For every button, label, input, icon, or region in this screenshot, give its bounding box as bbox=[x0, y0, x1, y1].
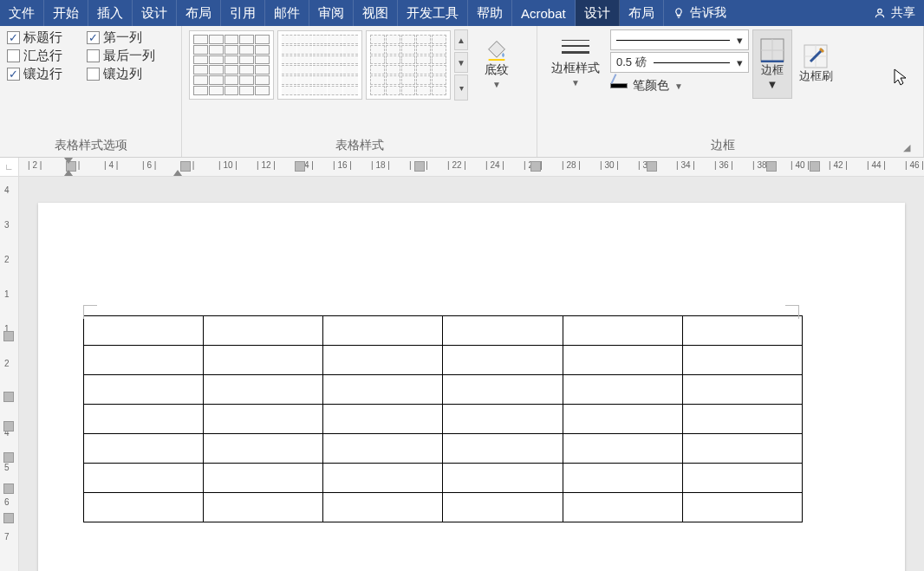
table-cell[interactable] bbox=[204, 493, 323, 522]
table-cell[interactable] bbox=[443, 375, 563, 405]
table-cell[interactable] bbox=[84, 493, 204, 522]
tab-references[interactable]: 引用 bbox=[221, 0, 265, 26]
border-styles-button[interactable]: 边框样式 ▼ bbox=[544, 29, 607, 93]
table-cell[interactable] bbox=[682, 464, 802, 493]
table-cell[interactable] bbox=[204, 346, 323, 375]
tell-me[interactable]: 告诉我 bbox=[664, 0, 735, 26]
table-cell[interactable] bbox=[323, 375, 443, 405]
gallery-scroll-up[interactable]: ▲ bbox=[454, 29, 468, 50]
table-cell[interactable] bbox=[204, 434, 323, 464]
line-weight-select[interactable]: 0.5 磅▾ bbox=[610, 52, 749, 73]
table-cell[interactable] bbox=[323, 405, 443, 434]
table-cell[interactable] bbox=[443, 464, 563, 493]
share-button[interactable]: 共享 bbox=[865, 0, 924, 26]
gallery-scroll-down[interactable]: ▼ bbox=[454, 52, 468, 73]
horizontal-ruler[interactable]: ∟ | 2 || 2 || 4 || 6 || 8 || 10 || 12 ||… bbox=[0, 158, 924, 177]
table-cell[interactable] bbox=[563, 434, 682, 464]
style-thumb-2[interactable] bbox=[277, 30, 362, 100]
table-cell[interactable] bbox=[323, 464, 443, 493]
table-cell[interactable] bbox=[204, 375, 323, 405]
row-marker[interactable] bbox=[3, 483, 14, 494]
tab-acrobat[interactable]: Acrobat bbox=[512, 0, 576, 26]
table-cell[interactable] bbox=[323, 493, 443, 522]
table-cell[interactable] bbox=[682, 375, 802, 405]
table-row[interactable] bbox=[84, 375, 803, 405]
table-cell[interactable] bbox=[682, 316, 802, 346]
tab-home[interactable]: 开始 bbox=[44, 0, 88, 26]
table-cell[interactable] bbox=[563, 464, 682, 493]
row-marker[interactable] bbox=[3, 421, 14, 431]
tab-help[interactable]: 帮助 bbox=[468, 0, 512, 26]
tab-selector[interactable]: ∟ bbox=[0, 158, 19, 177]
row-marker[interactable] bbox=[3, 392, 14, 402]
chk-banded-cols[interactable]: 镶边列 bbox=[87, 66, 174, 82]
vertical-ruler[interactable]: 43211234567 bbox=[0, 177, 19, 571]
row-marker[interactable] bbox=[3, 452, 14, 463]
table-cell[interactable] bbox=[443, 405, 563, 434]
table-cell[interactable] bbox=[84, 375, 204, 405]
tab-stop[interactable] bbox=[766, 161, 777, 172]
table-cell[interactable] bbox=[204, 405, 323, 434]
chk-total-row[interactable]: 汇总行 bbox=[7, 48, 81, 64]
tab-stop[interactable] bbox=[810, 161, 820, 172]
shading-button[interactable]: 底纹 ▼ bbox=[475, 29, 518, 94]
table-cell[interactable] bbox=[323, 434, 443, 464]
table-cell[interactable] bbox=[443, 316, 563, 346]
table-cell[interactable] bbox=[563, 375, 682, 405]
gallery-expand[interactable]: ▾ bbox=[454, 75, 468, 101]
table-row[interactable] bbox=[84, 405, 803, 434]
table-cell[interactable] bbox=[563, 346, 682, 375]
table-row[interactable] bbox=[84, 316, 803, 346]
table-style-gallery[interactable]: ▲ ▼ ▾ bbox=[189, 29, 468, 101]
tab-stop[interactable] bbox=[414, 161, 425, 172]
indent-marker-bottom[interactable] bbox=[64, 170, 73, 176]
row-marker[interactable] bbox=[3, 513, 14, 523]
table-cell[interactable] bbox=[84, 346, 204, 375]
style-thumb-1[interactable] bbox=[189, 30, 274, 100]
table-cell[interactable] bbox=[204, 464, 323, 493]
table-cell[interactable] bbox=[204, 316, 323, 346]
table-cell[interactable] bbox=[563, 316, 682, 346]
indent-marker-right[interactable] bbox=[173, 170, 182, 176]
tab-tabletools-design[interactable]: 设计 bbox=[576, 0, 620, 26]
chk-banded-rows[interactable]: 镶边行 bbox=[7, 66, 81, 82]
tab-stop[interactable] bbox=[647, 161, 657, 172]
document-viewport[interactable] bbox=[19, 177, 924, 571]
table-row[interactable] bbox=[84, 493, 803, 522]
table-cell[interactable] bbox=[682, 346, 802, 375]
tab-view[interactable]: 视图 bbox=[354, 0, 398, 26]
style-thumb-3[interactable] bbox=[366, 30, 451, 100]
table-row[interactable] bbox=[84, 434, 803, 464]
table-cell[interactable] bbox=[84, 464, 204, 493]
indent-marker-top[interactable] bbox=[64, 158, 73, 164]
tab-stop[interactable] bbox=[295, 161, 305, 172]
border-painter-button[interactable]: 边框刷 bbox=[796, 29, 836, 99]
table-cell[interactable] bbox=[682, 493, 802, 522]
pen-color-button[interactable]: 笔颜色 ▼ bbox=[610, 75, 749, 94]
tab-insert[interactable]: 插入 bbox=[88, 0, 133, 26]
chk-first-col[interactable]: 第一列 bbox=[87, 29, 174, 46]
chk-header-row[interactable]: 标题行 bbox=[7, 29, 81, 46]
table-cell[interactable] bbox=[682, 434, 802, 464]
tab-tabletools-layout[interactable]: 布局 bbox=[620, 0, 664, 26]
table-cell[interactable] bbox=[323, 316, 443, 346]
dialog-launcher-icon[interactable]: ◢ bbox=[901, 141, 913, 153]
table-cell[interactable] bbox=[563, 405, 682, 434]
line-style-select[interactable]: ▾ bbox=[610, 29, 749, 50]
table-cell[interactable] bbox=[682, 405, 802, 434]
table-row[interactable] bbox=[84, 464, 803, 493]
table-cell[interactable] bbox=[84, 405, 204, 434]
tab-stop[interactable] bbox=[530, 161, 541, 172]
table-cell[interactable] bbox=[443, 346, 563, 375]
table-cell[interactable] bbox=[84, 434, 204, 464]
document-table[interactable] bbox=[83, 315, 803, 522]
tab-review[interactable]: 审阅 bbox=[309, 0, 354, 26]
table-cell[interactable] bbox=[84, 316, 204, 346]
tab-layout[interactable]: 布局 bbox=[177, 0, 221, 26]
tab-mailings[interactable]: 邮件 bbox=[265, 0, 309, 26]
tab-design[interactable]: 设计 bbox=[133, 0, 177, 26]
borders-button[interactable]: 边框 ▼ bbox=[752, 29, 792, 99]
tab-file[interactable]: 文件 bbox=[0, 0, 44, 26]
chk-last-col[interactable]: 最后一列 bbox=[87, 48, 174, 64]
table-cell[interactable] bbox=[563, 493, 682, 522]
